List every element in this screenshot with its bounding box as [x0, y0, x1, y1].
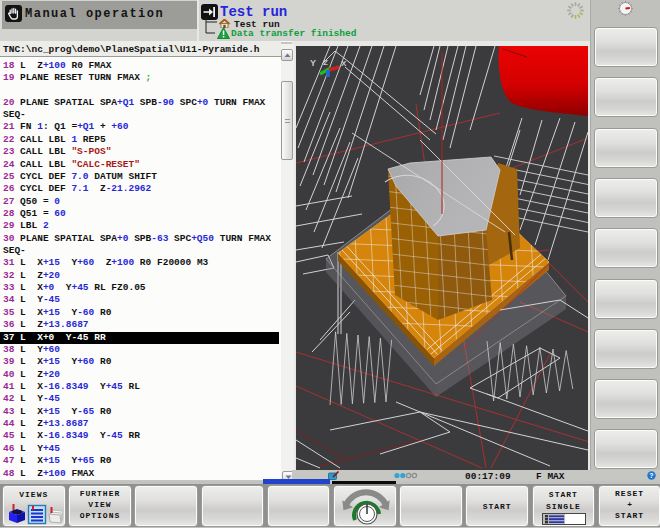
- svg-text:X: X: [341, 59, 347, 68]
- svg-text:?: ?: [649, 472, 653, 479]
- svg-text:Z: Z: [323, 58, 328, 67]
- svg-text:Y: Y: [310, 58, 316, 68]
